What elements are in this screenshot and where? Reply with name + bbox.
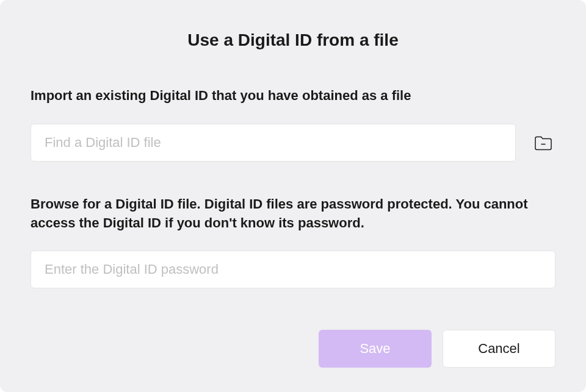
import-label: Import an existing Digital ID that you h… [31,87,555,105]
file-path-input[interactable] [31,124,516,162]
button-row: Save Cancel [31,330,555,368]
dialog-title: Use a Digital ID from a file [31,30,555,50]
browse-instructions: Browse for a Digital ID file. Digital ID… [31,195,555,233]
password-input[interactable] [31,251,555,288]
password-input-wrap [31,251,555,288]
file-input-row [31,124,555,162]
save-button[interactable]: Save [319,330,432,368]
digital-id-dialog: Use a Digital ID from a file Import an e… [0,0,586,392]
browse-button[interactable] [531,132,555,154]
cancel-button[interactable]: Cancel [443,330,555,368]
folder-icon [534,134,553,151]
